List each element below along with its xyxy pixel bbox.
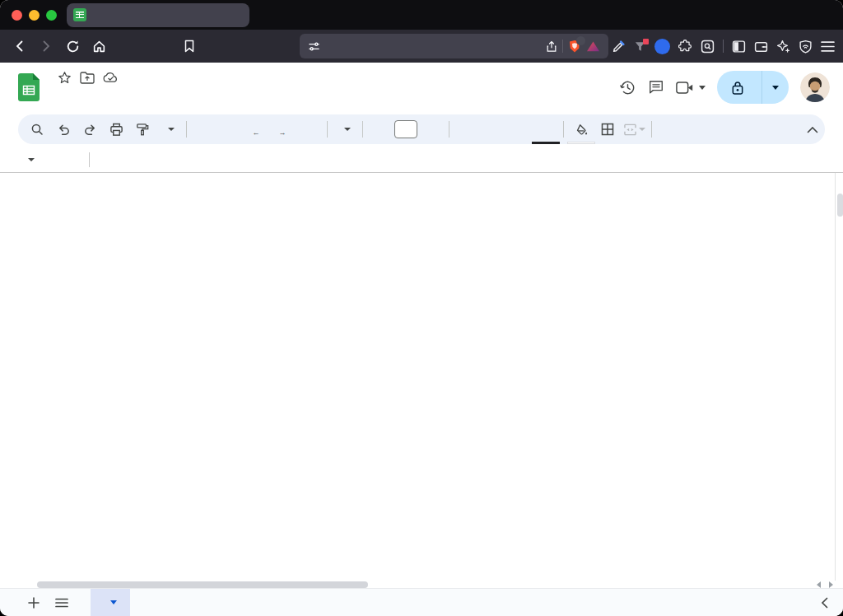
horizontal-scrollbar[interactable]	[0, 581, 843, 589]
filter-extension-icon[interactable]	[634, 40, 646, 53]
print-icon[interactable]	[104, 118, 128, 141]
sidebar-toggle-icon[interactable]	[732, 40, 746, 54]
account-avatar[interactable]	[800, 72, 830, 102]
share-page-icon[interactable]	[546, 40, 557, 53]
increase-font-size-button[interactable]	[419, 118, 444, 141]
hide-menus-button[interactable]	[807, 126, 818, 133]
merge-cells-button[interactable]	[622, 118, 646, 141]
toolbar-separator	[362, 121, 363, 138]
lock-icon	[732, 81, 743, 95]
back-button[interactable]	[8, 35, 31, 58]
font-size-input[interactable]	[394, 120, 417, 138]
toolbar-separator	[651, 121, 652, 138]
eyedropper-extension-icon[interactable]	[612, 40, 626, 54]
all-sheets-button[interactable]	[48, 598, 76, 608]
reload-button[interactable]	[61, 35, 84, 58]
sheet-tab-bar	[0, 589, 843, 616]
toolbar-separator	[327, 121, 328, 138]
close-window-button[interactable]	[12, 10, 22, 21]
share-button[interactable]	[717, 71, 761, 104]
font-selector[interactable]	[333, 128, 357, 131]
triangle-extension-icon[interactable]	[586, 40, 600, 53]
meet-camera-button[interactable]	[676, 81, 706, 95]
redo-icon[interactable]	[77, 118, 102, 141]
home-button[interactable]	[87, 35, 110, 58]
version-history-icon[interactable]	[619, 79, 636, 96]
toolbar-row: ← →	[0, 112, 843, 147]
share-dropdown-button[interactable]	[762, 71, 789, 104]
borders-button[interactable]	[595, 118, 620, 141]
zoom-selector[interactable]	[156, 128, 181, 131]
window-controls	[12, 10, 57, 21]
toolbar-separator	[186, 121, 187, 138]
horizontal-scrollbar-thumb[interactable]	[37, 581, 368, 588]
vertical-scrollbar[interactable]	[835, 173, 843, 581]
chevron-down-icon	[168, 128, 175, 131]
fill-color-button[interactable]	[569, 118, 594, 141]
tab-close-icon[interactable]	[240, 13, 243, 16]
chevron-down-icon	[699, 86, 706, 90]
blue-extension-icon[interactable]	[654, 39, 670, 54]
increase-decimal-button[interactable]: →	[271, 118, 296, 141]
sheet-tab-active[interactable]	[91, 589, 130, 616]
scroll-right-icon[interactable]	[829, 581, 833, 588]
browser-window: ← →	[0, 0, 843, 616]
search-panel-icon[interactable]	[701, 40, 715, 54]
fullscreen-window-button[interactable]	[46, 10, 57, 21]
wallet-icon[interactable]	[754, 40, 768, 54]
paint-format-icon[interactable]	[130, 118, 155, 141]
undo-icon[interactable]	[51, 118, 76, 141]
bold-button[interactable]	[454, 118, 479, 141]
brave-shields-icon[interactable]	[568, 40, 581, 54]
extension-cluster	[612, 39, 835, 54]
format-currency-button[interactable]	[192, 118, 217, 141]
toolbar-separator	[563, 121, 564, 138]
add-sheet-button[interactable]	[20, 597, 48, 609]
chevron-down-icon	[639, 128, 645, 131]
text-color-swatch	[532, 142, 560, 145]
sheet-tab-menu-icon[interactable]	[110, 600, 117, 604]
bookmark-icon[interactable]	[178, 35, 201, 58]
vpn-shield-icon[interactable]	[799, 40, 813, 54]
browser-tab-active[interactable]	[67, 3, 249, 27]
site-controls-icon[interactable]	[308, 40, 320, 53]
formula-bar-divider	[89, 152, 90, 167]
comments-icon[interactable]	[648, 79, 664, 96]
forward-button[interactable]	[35, 35, 58, 58]
strikethrough-button[interactable]	[507, 118, 532, 141]
urlbar-divider	[562, 40, 563, 53]
spreadsheet-grid-zone	[0, 173, 843, 581]
scroll-left-icon[interactable]	[817, 581, 821, 588]
menu-icon[interactable]	[821, 40, 835, 53]
share-button-group	[717, 71, 789, 104]
decrease-decimal-button[interactable]: ←	[245, 118, 269, 141]
leo-ai-sparkle-icon[interactable]	[776, 40, 790, 54]
sheets-logo-icon[interactable]	[18, 73, 40, 101]
more-formats-button[interactable]	[297, 118, 322, 141]
move-folder-icon[interactable]	[80, 72, 95, 84]
toolbar: ← →	[18, 114, 825, 144]
text-color-button[interactable]	[533, 118, 558, 141]
toolbar-separator	[449, 121, 449, 138]
chevron-down-icon	[344, 128, 351, 131]
sheets-header	[0, 63, 843, 112]
more-options-button[interactable]	[657, 118, 682, 141]
italic-button[interactable]	[481, 118, 505, 141]
search-menus-icon[interactable]	[25, 118, 49, 141]
format-percent-button[interactable]	[218, 118, 243, 141]
collapse-side-panel-button[interactable]	[821, 597, 828, 609]
browser-tab-strip	[0, 0, 843, 30]
cloud-saved-icon[interactable]	[103, 72, 119, 83]
decrease-font-size-button[interactable]	[368, 118, 393, 141]
sheets-favicon-icon	[73, 8, 86, 21]
toolbar-divider	[723, 40, 724, 53]
star-icon[interactable]	[58, 71, 72, 85]
minimize-window-button[interactable]	[29, 10, 40, 21]
menu-bar	[49, 88, 119, 108]
extensions-puzzle-icon[interactable]	[678, 40, 692, 54]
vertical-scrollbar-thumb[interactable]	[837, 194, 843, 217]
browser-toolbar	[0, 30, 843, 63]
name-box[interactable]	[0, 158, 82, 161]
fill-color-swatch	[567, 142, 595, 145]
url-bar[interactable]	[300, 34, 608, 58]
